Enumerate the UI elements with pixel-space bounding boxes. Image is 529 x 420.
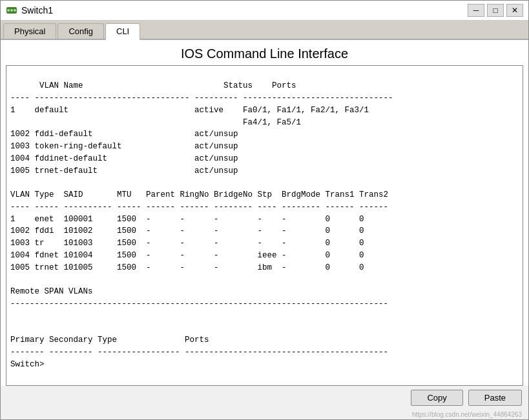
window-title: Switch1 [21, 5, 53, 15]
maximize-button[interactable]: □ [487, 4, 504, 17]
terminal-display[interactable]: VLAN Name Status Ports ---- ------------… [6, 65, 523, 386]
terminal-wrapper: VLAN Name Status Ports ---- ------------… [1, 65, 528, 386]
paste-button[interactable]: Paste [468, 390, 522, 406]
main-window: Switch1 ─ □ ✕ Physical Config CLI IOS Co… [0, 0, 529, 420]
close-button[interactable]: ✕ [506, 4, 523, 17]
tab-bar: Physical Config CLI [1, 21, 528, 40]
svg-point-3 [14, 9, 16, 12]
page-title: IOS Command Line Interface [1, 40, 528, 65]
svg-point-2 [10, 9, 13, 12]
svg-point-1 [7, 9, 10, 12]
terminal-text: VLAN Name Status Ports ---- ------------… [10, 81, 393, 368]
title-bar: Switch1 ─ □ ✕ [1, 1, 528, 21]
tab-config[interactable]: Config [57, 23, 104, 39]
minimize-button[interactable]: ─ [468, 4, 484, 17]
watermark: https://blog.csdn.net/weixin_44864263 [1, 410, 528, 419]
copy-button[interactable]: Copy [411, 390, 462, 406]
title-bar-left: Switch1 [6, 5, 53, 16]
tab-physical[interactable]: Physical [3, 23, 56, 39]
bottom-bar: Copy Paste [1, 386, 528, 410]
switch-icon [6, 5, 17, 16]
tab-cli[interactable]: CLI [105, 23, 140, 40]
title-controls: ─ □ ✕ [468, 4, 523, 17]
